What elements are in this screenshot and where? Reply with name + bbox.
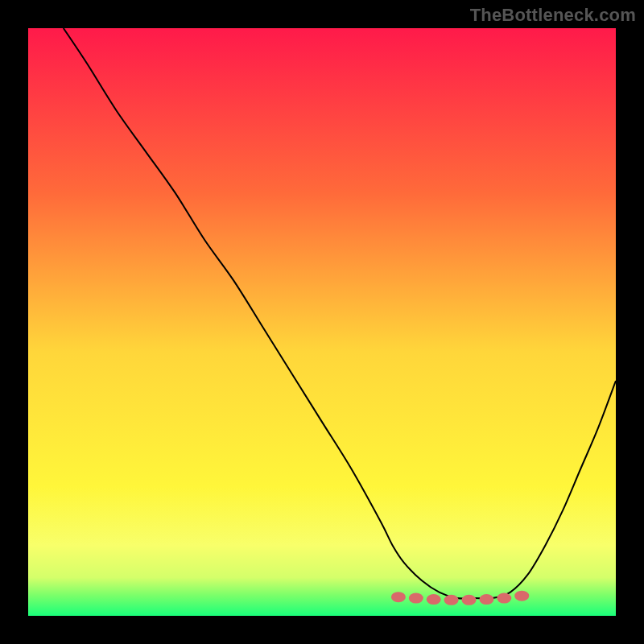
chart-container: TheBottleneck.com xyxy=(0,0,644,644)
plot-area xyxy=(28,28,616,616)
attribution-label: TheBottleneck.com xyxy=(470,5,636,26)
svg-rect-0 xyxy=(28,28,616,616)
gradient-background xyxy=(28,28,616,616)
